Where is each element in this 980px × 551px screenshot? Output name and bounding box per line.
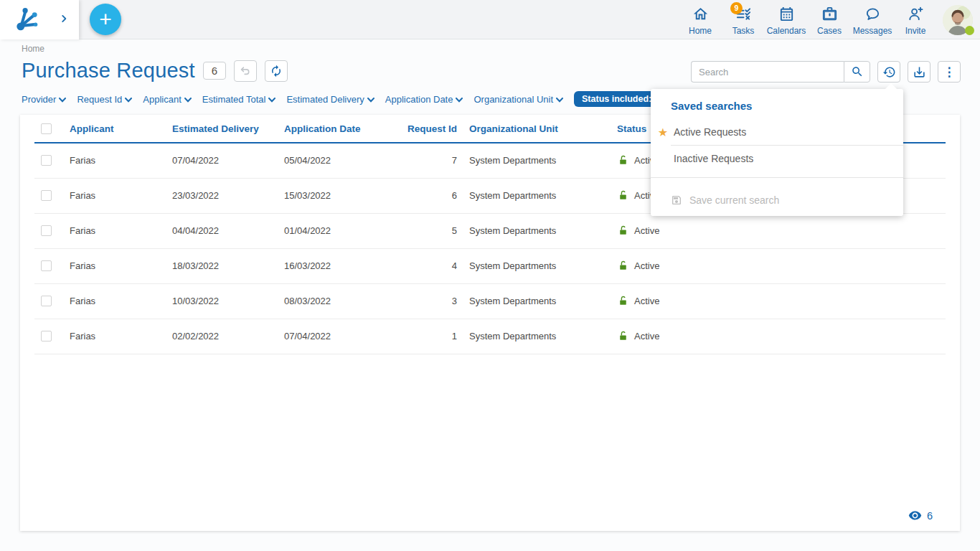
header-estimated-delivery[interactable]: Estimated Delivery [172, 115, 284, 143]
cell-estimated-delivery: 04/04/2022 [172, 213, 284, 248]
lock-open-icon [617, 154, 629, 166]
cell-application-date: 05/04/2022 [284, 143, 385, 178]
row-checkbox[interactable] [41, 260, 52, 271]
user-avatar[interactable] [943, 5, 973, 35]
table-row[interactable]: Farias 10/03/2022 08/03/2022 3 System De… [34, 283, 946, 319]
cell-application-date: 08/03/2022 [284, 283, 385, 319]
save-icon [671, 194, 682, 206]
filter-request-id[interactable]: Request Id [77, 94, 132, 105]
cell-request-id: 5 [385, 213, 457, 248]
chevron-down-icon [184, 98, 192, 103]
cell-organizational-unit: System Departments [457, 319, 605, 354]
header-applicant[interactable]: Applicant [70, 115, 172, 143]
cell-organizational-unit: System Departments [457, 178, 605, 213]
cell-organizational-unit: System Departments [457, 248, 605, 283]
home-icon [692, 6, 709, 25]
select-all-checkbox[interactable] [41, 123, 52, 134]
nav-home[interactable]: Home [679, 4, 722, 36]
nav-tasks-label: Tasks [732, 26, 755, 36]
nav-messages[interactable]: Messages [851, 4, 894, 36]
search-input[interactable] [691, 61, 844, 83]
export-button[interactable] [908, 61, 930, 83]
cell-applicant: Farias [70, 319, 172, 354]
header-application-date[interactable]: Application Date [284, 115, 385, 143]
cell-applicant: Farias [70, 283, 172, 319]
nav-tasks[interactable]: 9 Tasks [722, 4, 765, 36]
table-row[interactable]: Farias 02/02/2022 07/04/2022 1 System De… [34, 319, 946, 354]
cell-applicant: Farias [70, 178, 172, 213]
nav-home-label: Home [689, 26, 712, 36]
cell-estimated-delivery: 02/02/2022 [172, 319, 284, 354]
app-window: + Home 9 Tasks Calendars Cases Message [0, 0, 980, 551]
search-cluster: ⋮ [691, 61, 961, 83]
filter-applicant[interactable]: Applicant [143, 94, 191, 105]
cell-application-date: 16/03/2022 [284, 248, 385, 283]
visible-count: 6 [908, 509, 933, 522]
nav-cases[interactable]: Cases [808, 4, 851, 36]
filter-application-date[interactable]: Application Date [385, 94, 463, 105]
header-organizational-unit[interactable]: Organizational Unit [457, 115, 605, 143]
more-options-button[interactable]: ⋮ [938, 61, 961, 83]
lock-open-icon [617, 330, 629, 342]
chevron-right-icon[interactable] [59, 14, 69, 27]
top-navigation: Home 9 Tasks Calendars Cases Messages [679, 0, 973, 39]
cell-application-date: 01/04/2022 [284, 213, 385, 248]
nav-messages-label: Messages [853, 26, 892, 36]
row-checkbox[interactable] [41, 190, 52, 201]
presence-dot [965, 26, 974, 35]
chevron-down-icon [556, 98, 563, 103]
nav-cases-label: Cases [817, 26, 842, 36]
row-checkbox[interactable] [41, 296, 52, 306]
cell-organizational-unit: System Departments [457, 283, 605, 319]
page-title: Purchase Request [22, 59, 195, 83]
saved-search-inactive-requests[interactable]: Inactive Requests [651, 146, 903, 171]
breadcrumb[interactable]: Home [22, 44, 44, 54]
table-row[interactable]: Farias 04/04/2022 01/04/2022 5 System De… [34, 213, 946, 248]
app-logo-box[interactable] [0, 0, 79, 39]
cell-application-date: 07/04/2022 [284, 319, 385, 354]
eye-icon [908, 509, 922, 522]
cell-request-id: 1 [385, 319, 457, 354]
cell-request-id: 3 [385, 283, 457, 319]
filter-provider[interactable]: Provider [22, 94, 66, 105]
cell-request-id: 6 [385, 178, 457, 213]
cell-estimated-delivery: 18/03/2022 [172, 248, 284, 283]
undo-button[interactable] [234, 60, 257, 82]
chat-bubble-icon [864, 6, 881, 25]
add-button[interactable]: + [90, 4, 121, 35]
calendar-icon [778, 6, 795, 25]
status-label: Active [634, 296, 659, 306]
search-button[interactable] [844, 61, 870, 83]
download-icon [913, 65, 926, 79]
briefcase-icon [821, 6, 838, 25]
saved-searches-button[interactable] [877, 61, 900, 83]
status-label: Active [634, 260, 659, 271]
filter-organizational-unit[interactable]: Organizational Unit [473, 94, 563, 105]
status-label: Active [634, 225, 659, 236]
filter-estimated-total[interactable]: Estimated Total [202, 94, 276, 105]
case-count-badge: 6 [203, 62, 226, 80]
header-request-id[interactable]: Request Id [385, 115, 457, 143]
kebab-icon: ⋮ [943, 65, 956, 80]
chevron-down-icon [367, 98, 374, 103]
nav-invite[interactable]: Invite [894, 4, 937, 36]
cell-estimated-delivery: 10/03/2022 [172, 283, 284, 319]
row-checkbox[interactable] [41, 225, 52, 236]
cell-organizational-unit: System Departments [457, 213, 605, 248]
refresh-button[interactable] [265, 60, 288, 82]
filter-estimated-delivery[interactable]: Estimated Delivery [286, 94, 374, 105]
lock-open-icon [617, 189, 629, 202]
tasks-badge: 9 [730, 2, 743, 14]
row-checkbox[interactable] [41, 331, 52, 342]
chevron-down-icon [456, 98, 463, 103]
saved-search-active-requests[interactable]: ★ Active Requests [651, 119, 903, 145]
row-checkbox[interactable] [41, 155, 52, 166]
nav-calendars[interactable]: Calendars [765, 4, 808, 36]
chevron-down-icon [268, 98, 275, 103]
title-row: Purchase Request 6 [22, 59, 288, 83]
nav-invite-label: Invite [905, 26, 926, 36]
table-row[interactable]: Farias 18/03/2022 16/03/2022 4 System De… [34, 248, 946, 283]
cell-request-id: 4 [385, 248, 457, 283]
cell-request-id: 7 [385, 143, 457, 178]
lock-open-icon [617, 260, 629, 272]
